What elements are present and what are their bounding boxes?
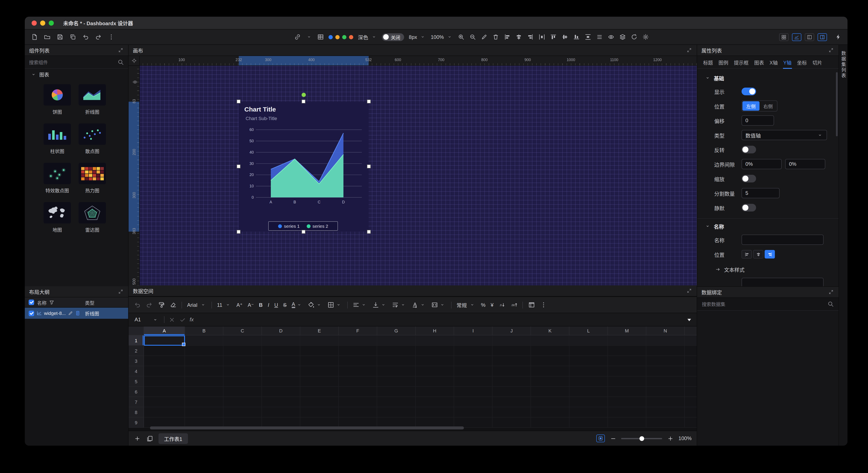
cell-J4[interactable] — [493, 366, 531, 377]
bold-button[interactable]: B — [259, 302, 262, 308]
grid-view-button[interactable] — [779, 33, 788, 41]
cell-D8[interactable] — [262, 407, 300, 417]
canvas-grid[interactable]: 0102030405060ABCD Chart Title Chart Sub-… — [140, 66, 697, 286]
row-header-1[interactable]: 1 — [129, 335, 144, 346]
cell-O3[interactable] — [685, 356, 697, 366]
cell-B4[interactable] — [185, 366, 223, 377]
cell-H9[interactable] — [415, 417, 454, 428]
column-header-C[interactable]: C — [223, 326, 262, 335]
column-header-G[interactable]: G — [377, 326, 415, 335]
zoom-out-icon[interactable] — [469, 33, 476, 40]
fill-color-button[interactable] — [308, 301, 322, 308]
font-size-select[interactable]: 11 — [217, 301, 231, 308]
paint-format-icon[interactable] — [158, 301, 164, 308]
cell-G3[interactable] — [377, 356, 415, 366]
offset-input[interactable] — [742, 115, 774, 126]
cell-C7[interactable] — [223, 397, 262, 407]
formula-input[interactable] — [197, 317, 682, 323]
font-decrease-button[interactable]: A⁻ — [248, 302, 254, 308]
undo-icon[interactable] — [82, 33, 89, 40]
cell-F3[interactable] — [339, 356, 377, 366]
minimize-window-button[interactable] — [40, 20, 45, 25]
cell-N4[interactable] — [646, 366, 685, 377]
cell-J3[interactable] — [493, 356, 531, 366]
cell-O9[interactable] — [685, 417, 697, 428]
cell-E3[interactable] — [300, 356, 339, 366]
text-rotate-button[interactable] — [412, 301, 426, 308]
cell-N9[interactable] — [646, 417, 685, 428]
borders-button[interactable] — [328, 301, 342, 308]
cell-I5[interactable] — [454, 377, 493, 387]
cell-H4[interactable] — [415, 366, 454, 377]
canvas-zoom-select[interactable]: 100% — [431, 33, 453, 40]
cell-D9[interactable] — [262, 417, 300, 428]
expand-panel-icon[interactable] — [117, 47, 124, 54]
merge-cells-button[interactable] — [431, 301, 446, 308]
font-color-button[interactable]: A — [292, 301, 303, 308]
cell-K1[interactable] — [531, 335, 569, 346]
cell-E9[interactable] — [300, 417, 339, 428]
filter-icon[interactable] — [49, 300, 54, 305]
cell-F1[interactable] — [339, 335, 377, 346]
formula-expand-icon[interactable] — [686, 316, 692, 323]
cell-O1[interactable] — [685, 335, 697, 346]
table-icon[interactable] — [317, 33, 324, 40]
align-top-icon[interactable] — [550, 33, 557, 40]
outline-row-widget[interactable]: widget-8... 折线图 — [25, 308, 128, 319]
zoom-slider-knob[interactable] — [639, 436, 644, 441]
cell-L5[interactable] — [569, 377, 608, 387]
axis-name-input[interactable] — [742, 235, 824, 245]
cell-C5[interactable] — [223, 377, 262, 387]
resize-handle-middle-right[interactable] — [367, 165, 371, 168]
text-style-row[interactable]: 文本样式 — [697, 262, 839, 275]
expand-panel-icon[interactable] — [117, 288, 124, 295]
cell-O5[interactable] — [685, 377, 697, 387]
tab-Y轴[interactable]: Y轴 — [783, 56, 792, 68]
cell-F5[interactable] — [339, 377, 377, 387]
panel-left-button[interactable] — [805, 33, 814, 41]
swatch-blue[interactable] — [329, 35, 333, 39]
chevron-down-icon[interactable] — [305, 33, 312, 40]
cell-C1[interactable] — [223, 335, 262, 346]
cell-G1[interactable] — [377, 335, 415, 346]
component-search-input[interactable] — [29, 60, 115, 65]
cell-J8[interactable] — [493, 407, 531, 417]
column-header-J[interactable]: J — [493, 326, 531, 335]
swatch-red[interactable] — [349, 35, 353, 39]
cell-M3[interactable] — [608, 356, 646, 366]
sheet-tab[interactable]: 工作表1 — [158, 433, 188, 444]
ruler-corner[interactable] — [129, 56, 140, 66]
cell-H3[interactable] — [415, 356, 454, 366]
cell-D6[interactable] — [262, 387, 300, 397]
cell-A6[interactable] — [144, 387, 185, 397]
cell-O2[interactable] — [685, 346, 697, 356]
cell-D2[interactable] — [262, 346, 300, 356]
visibility-icon[interactable] — [608, 33, 614, 40]
zoom-slider[interactable] — [621, 438, 662, 439]
expand-panel-icon[interactable] — [828, 47, 834, 54]
rename-icon[interactable] — [68, 311, 73, 316]
cell-O7[interactable] — [685, 397, 697, 407]
cell-B5[interactable] — [185, 377, 223, 387]
cell-K7[interactable] — [531, 397, 569, 407]
align-middle-icon[interactable] — [561, 33, 568, 40]
row-header-5[interactable]: 5 — [129, 377, 144, 387]
column-header-I[interactable]: I — [454, 326, 493, 335]
cell-E7[interactable] — [300, 397, 339, 407]
cell-D4[interactable] — [262, 366, 300, 377]
cell-H2[interactable] — [415, 346, 454, 356]
resize-handle-top-left[interactable] — [237, 99, 241, 104]
horizontal-scrollbar[interactable] — [150, 426, 464, 430]
cell-M4[interactable] — [608, 366, 646, 377]
duplicate-widget-icon[interactable] — [75, 311, 80, 316]
cell-L1[interactable] — [569, 335, 608, 346]
sheet-undo-icon[interactable] — [134, 301, 141, 308]
clipped-input[interactable] — [742, 278, 824, 286]
column-header-L[interactable]: L — [569, 326, 608, 335]
cell-L3[interactable] — [569, 356, 608, 366]
cell-A8[interactable] — [144, 407, 185, 417]
confirm-entry-icon[interactable] — [179, 316, 186, 323]
cell-A7[interactable] — [144, 397, 185, 407]
decrease-decimals-icon[interactable]: .00 — [511, 301, 518, 308]
cell-F4[interactable] — [339, 366, 377, 377]
